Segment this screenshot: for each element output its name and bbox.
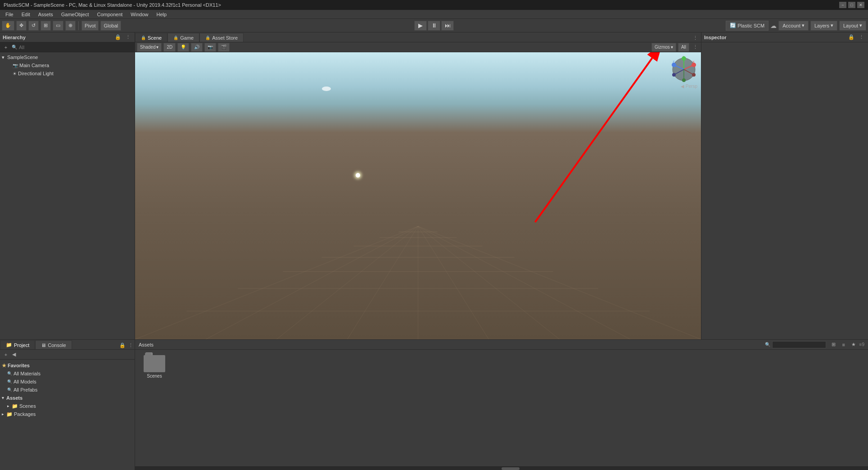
- scene-canvas[interactable]: X Y Z: [135, 52, 701, 339]
- hierarchy-item-label-directionallight: Directional Light: [18, 71, 54, 76]
- project-add-button[interactable]: +: [2, 351, 10, 359]
- hierarchy-item-maincamera[interactable]: 📷 Main Camera: [0, 61, 135, 69]
- vfx-button[interactable]: 📷: [204, 43, 216, 52]
- hand-tool-button[interactable]: ✋: [2, 21, 14, 31]
- hierarchy-title: Hierarchy: [3, 35, 26, 40]
- scene-tab-game[interactable]: 🔒 Game: [167, 33, 199, 42]
- project-tab-console[interactable]: 🖥 Console: [35, 340, 72, 349]
- svg-line-10: [276, 226, 418, 339]
- render-button[interactable]: 🎬: [218, 43, 230, 52]
- maximize-button[interactable]: □: [848, 2, 855, 8]
- inspector-header: Inspector 🔒 ⋮: [701, 32, 868, 42]
- hierarchy-search-input[interactable]: [19, 45, 133, 50]
- gizmos-arrow-icon: ▾: [671, 45, 673, 50]
- hierarchy-item-samplescene[interactable]: ▾ SampleScene: [0, 53, 135, 61]
- assets-search-input[interactable]: [772, 341, 826, 348]
- shaded-button[interactable]: Shaded ▾: [137, 43, 162, 52]
- play-controls: ▶ ⏸ ⏭: [414, 21, 454, 31]
- assets-grid-view-button[interactable]: ⊞: [830, 341, 838, 349]
- move-tool-button[interactable]: ✥: [16, 21, 27, 31]
- menu-assets[interactable]: Assets: [35, 11, 57, 18]
- favorites-all-models-label: All Models: [14, 379, 36, 384]
- svg-line-11: [347, 226, 418, 339]
- search-materials-icon: 🔍: [7, 371, 12, 376]
- assetstore-tab-label: Asset Store: [212, 35, 238, 41]
- layout-button[interactable]: Layout ▾: [839, 21, 866, 31]
- scale-tool-button[interactable]: ⊞: [41, 21, 51, 31]
- inspector-header-icons: 🔒 ⋮: [847, 33, 865, 41]
- hierarchy-item-directionallight[interactable]: ☀ Directional Light: [0, 69, 135, 78]
- menu-gameobject[interactable]: GameObject: [58, 11, 93, 18]
- project-back-button[interactable]: ◀: [10, 351, 18, 359]
- hierarchy-lock-button[interactable]: 🔒: [114, 33, 122, 41]
- step-button[interactable]: ⏭: [441, 21, 454, 31]
- project-panel: 📁 Project 🖥 Console 🔒 ⋮ + ◀: [0, 340, 135, 470]
- project-folder-allmaterials[interactable]: 🔍 All Materials: [0, 370, 135, 378]
- scene-tab-label: Scene: [148, 35, 162, 41]
- scene-background: X Y Z: [135, 52, 701, 339]
- project-folder-packages[interactable]: ▸ 📁 Packages: [0, 410, 135, 418]
- gizmos-button[interactable]: Gizmos ▾: [651, 43, 676, 52]
- asset-item-scenes[interactable]: Scenes: [139, 353, 170, 380]
- gizmo-svg: X Y Z: [670, 56, 697, 83]
- svg-line-9: [206, 226, 418, 339]
- hierarchy-add-button[interactable]: +: [2, 43, 10, 51]
- grid-container: [135, 153, 701, 339]
- transform-tool-button[interactable]: ⊕: [65, 21, 76, 31]
- menu-file[interactable]: File: [2, 11, 17, 18]
- main-layout: Hierarchy 🔒 ⋮ + 🔍 ▾ SampleScene: [0, 32, 868, 470]
- play-button[interactable]: ▶: [414, 21, 427, 31]
- close-button[interactable]: ✕: [857, 2, 864, 8]
- scene-tabs-more-button[interactable]: ⋮: [691, 34, 699, 42]
- assets-grid: Scenes: [135, 350, 868, 466]
- account-button[interactable]: Account ▾: [778, 21, 809, 31]
- scene-toolbar: Shaded ▾ 2D 💡 🔊 📷 🎬 Gizmos ▾ All: [135, 42, 701, 52]
- light-toggle-button[interactable]: 💡: [177, 43, 189, 52]
- rotate-tool-button[interactable]: ↺: [28, 21, 39, 31]
- inspector-lock-button[interactable]: 🔒: [847, 33, 855, 41]
- scene-tab-assetstore[interactable]: 🔒 Asset Store: [199, 33, 244, 42]
- hierarchy-more-button[interactable]: ⋮: [124, 33, 132, 41]
- cloud-shape: [322, 87, 331, 91]
- project-tabs-lock-button[interactable]: 🔒: [118, 341, 127, 349]
- scene-gizmo: X Y Z: [670, 56, 697, 83]
- layers-button[interactable]: Layers ▾: [810, 21, 837, 31]
- project-tabs-more-button[interactable]: ⋮: [127, 341, 135, 349]
- account-label: Account: [782, 23, 800, 28]
- pause-button[interactable]: ⏸: [428, 21, 440, 31]
- menu-window[interactable]: Window: [127, 11, 152, 18]
- assets-favorite-button[interactable]: ★: [850, 341, 858, 349]
- rect-tool-button[interactable]: ▭: [53, 21, 63, 31]
- menu-help[interactable]: Help: [153, 11, 170, 18]
- menu-bar: File Edit Assets GameObject Component Wi…: [0, 10, 868, 19]
- minimize-button[interactable]: −: [839, 2, 846, 8]
- project-tab-project[interactable]: 📁 Project: [0, 340, 35, 349]
- scene-tab-scene[interactable]: 🔒 Scene: [135, 33, 167, 42]
- 2d-button[interactable]: 2D: [163, 43, 176, 52]
- svg-text:X: X: [692, 60, 695, 64]
- menu-component[interactable]: Component: [93, 11, 126, 18]
- assets-header[interactable]: ▾ Assets: [0, 394, 135, 402]
- project-folder-scenes[interactable]: ▸ 📁 Scenes: [0, 402, 135, 410]
- inspector-more-button[interactable]: ⋮: [857, 33, 865, 41]
- menu-edit[interactable]: Edit: [18, 11, 34, 18]
- global-button[interactable]: Global: [100, 21, 121, 31]
- assets-list-view-button[interactable]: ≡: [840, 341, 848, 349]
- plastic-scm-button[interactable]: 🔄 Plastic SCM: [726, 21, 769, 31]
- all-layers-button[interactable]: All: [678, 43, 689, 52]
- project-folder-allprefabs[interactable]: 🔍 All Prefabs: [0, 386, 135, 394]
- assets-label: Assets: [6, 395, 23, 401]
- favorites-header[interactable]: ★ Favorites: [0, 361, 135, 370]
- assets-search-icon: 🔍: [765, 342, 770, 347]
- favorites-all-materials-label: All Materials: [14, 371, 41, 376]
- scene-toolbar-more-button[interactable]: ⋮: [691, 43, 699, 51]
- layers-label: Layers: [814, 23, 829, 28]
- audio-toggle-button[interactable]: 🔊: [191, 43, 203, 52]
- assets-breadcrumb: Assets: [139, 342, 154, 347]
- pivot-button[interactable]: Pivot: [81, 21, 99, 31]
- svg-line-15: [418, 226, 630, 339]
- project-folder-allmodels[interactable]: 🔍 All Models: [0, 378, 135, 386]
- svg-text:Z: Z: [673, 60, 675, 64]
- separator-1: [78, 21, 79, 30]
- assets-scrollbar[interactable]: [135, 466, 868, 470]
